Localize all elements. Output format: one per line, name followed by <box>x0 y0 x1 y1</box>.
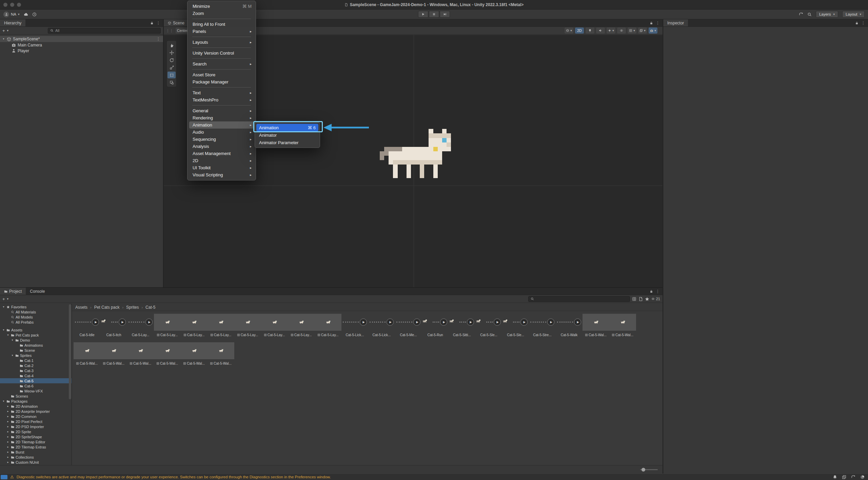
chevron-down-icon[interactable]: ▾ <box>7 297 9 301</box>
hierarchy-search-input[interactable]: All <box>48 28 161 34</box>
asset-item-cat-5-idle[interactable]: ▶Cat-5-Idle <box>74 314 100 337</box>
tree-scrollbar[interactable] <box>69 304 71 399</box>
menu-item-sequencing[interactable]: Sequencing▸ <box>189 136 254 143</box>
project-tree-item-cat-1[interactable]: Cat-1 <box>0 358 72 363</box>
asset-item-cat-5-wal[interactable]: Cat-5-Wal... <box>154 342 181 365</box>
play-button[interactable]: ▶ <box>145 319 153 326</box>
project-tree-item-cat-2[interactable]: Cat-2 <box>0 363 72 368</box>
zoom-window-button[interactable] <box>17 3 21 7</box>
project-tree-item-meow-vfx[interactable]: Meow-VFX <box>0 388 72 393</box>
breadcrumb-assets[interactable]: Assets <box>75 305 87 310</box>
project-tree-item-2d-psd-importer[interactable]: ▸2D PSD Importer <box>0 424 72 429</box>
asset-item-cat-5-wal[interactable]: Cat-5-Wal... <box>181 342 208 365</box>
project-tree-item-all-models[interactable]: All Models <box>0 314 72 320</box>
breadcrumb-pet-cats-pack[interactable]: Pet Cats pack <box>94 305 120 310</box>
play-button[interactable]: ▶ <box>467 319 474 326</box>
project-tree-item-demo[interactable]: ▾Demo <box>0 338 72 343</box>
hierarchy-item-player[interactable]: Player <box>0 48 163 54</box>
asset-item-cat-5-sitti[interactable]: ▶Cat-5-Sitti... <box>449 314 475 337</box>
menu-item-animation[interactable]: Animation▸ <box>189 121 254 129</box>
rotate-tool-button[interactable] <box>167 57 176 63</box>
shading-mode-dropdown[interactable]: ▾ <box>565 27 573 34</box>
menu-item-zoom[interactable]: Zoom <box>189 10 254 17</box>
project-tree-item-custom-nunit[interactable]: ▸Custom NUnit <box>0 460 72 465</box>
asset-item-cat-5-walk[interactable]: ▶Cat-5-Walk <box>556 314 583 337</box>
tab-scene[interactable]: Scene <box>164 19 189 26</box>
play-button[interactable]: ▶ <box>547 319 554 326</box>
global-search-button[interactable] <box>807 12 812 17</box>
layers-dropdown[interactable]: Layers ▾ <box>816 11 838 18</box>
play-button[interactable]: ▶ <box>574 319 581 326</box>
asset-item-cat-5-lick[interactable]: ▶Cat-5-Lick... <box>368 314 395 337</box>
asset-item-cat-5-wal[interactable]: Cat-5-Wal... <box>74 342 100 365</box>
background-tasks-icon[interactable] <box>860 475 865 479</box>
submenu-item-animation[interactable]: Animation⌘ 6 <box>256 124 318 131</box>
project-tree-item-cat-5[interactable]: Cat-5 <box>0 378 72 383</box>
menu-item-ui-toolkit[interactable]: UI Toolkit▸ <box>189 164 254 171</box>
play-button[interactable]: ▶ <box>92 319 99 326</box>
cloud-services-button[interactable] <box>24 12 28 17</box>
chevron-down-icon[interactable]: ▾ <box>7 29 9 32</box>
scene-lighting-toggle[interactable] <box>586 27 594 34</box>
menu-item-search[interactable]: Search▸ <box>189 60 254 68</box>
saved-search-icon[interactable] <box>645 297 649 301</box>
play-button[interactable]: ▶ <box>520 319 528 326</box>
asset-item-cat-5-wal[interactable]: Cat-5-Wal... <box>127 342 154 365</box>
2d-toggle[interactable]: 2D <box>575 27 584 34</box>
minimize-window-button[interactable] <box>10 3 14 7</box>
project-tree-item-scene[interactable]: Scene <box>0 348 72 353</box>
project-tree-item-scenes[interactable]: Scenes <box>0 393 72 399</box>
undo-redo-button[interactable] <box>799 12 803 17</box>
menu-item-analysis[interactable]: Analysis▸ <box>189 143 254 150</box>
submenu-item-animator-parameter[interactable]: Animator Parameter <box>256 139 318 146</box>
asset-item-cat-5-stre[interactable]: ▶Cat-5-Stre... <box>529 314 556 337</box>
hierarchy-item-main-camera[interactable]: Main Camera <box>0 42 163 48</box>
menu-item-audio[interactable]: Audio▸ <box>189 129 254 136</box>
cat-sprite[interactable] <box>380 129 451 183</box>
project-tree-item-collections[interactable]: ▸Collections <box>0 455 72 460</box>
slider-knob[interactable] <box>642 468 645 472</box>
project-tree-item-all-materials[interactable]: All Materials <box>0 309 72 314</box>
kebab-menu-icon[interactable]: ⋮ <box>656 21 660 25</box>
move-tool-button[interactable] <box>167 49 176 56</box>
close-window-button[interactable] <box>3 3 7 7</box>
menu-item-2d[interactable]: 2D▸ <box>189 157 254 164</box>
tab-console[interactable]: Console <box>26 288 49 295</box>
play-button[interactable]: ▶ <box>440 319 447 326</box>
account-dropdown[interactable]: NA ▾ <box>3 12 20 17</box>
project-tree-item-2d-animation[interactable]: ▸2D Animation <box>0 404 72 409</box>
asset-item-cat-5-lay[interactable]: ▶Cat-5-Lay... <box>127 314 154 337</box>
project-tree-item-burst[interactable]: ▸Burst <box>0 449 72 455</box>
project-tree-item-packages[interactable]: ▾Packages <box>0 399 72 404</box>
menu-item-general[interactable]: General▸ <box>189 107 254 114</box>
menu-item-bring-all-to-front[interactable]: Bring All to Front <box>189 21 254 28</box>
asset-item-cat-5-lick[interactable]: ▶Cat-5-Lick... <box>341 314 368 337</box>
cache-stack-icon[interactable] <box>842 475 846 479</box>
layout-dropdown[interactable]: Layout ▾ <box>842 11 865 18</box>
play-button[interactable]: ▶ <box>494 319 501 326</box>
transform-tool-button[interactable] <box>167 79 176 86</box>
play-button[interactable]: ▶ <box>387 319 394 326</box>
toolbar-grip-handle[interactable]: ⋮⋮ <box>166 29 174 33</box>
menu-item-asset-store[interactable]: Asset Store <box>189 71 254 78</box>
project-tree-item-2d-pixel-perfect[interactable]: ▸2D Pixel Perfect <box>0 419 72 424</box>
asset-item-cat-5-wal[interactable]: Cat-5-Wal... <box>583 314 609 337</box>
scene-camera-dropdown[interactable]: ▾ <box>649 27 657 34</box>
project-tree-item-all-prefabs[interactable]: All Prefabs <box>0 320 72 325</box>
rect-tool-button[interactable] <box>167 72 176 78</box>
window-controls[interactable] <box>3 3 21 7</box>
breadcrumb-sprites[interactable]: Sprites <box>126 305 139 310</box>
kebab-menu-icon[interactable]: ⋮ <box>156 37 160 41</box>
asset-item-cat-5-lay[interactable]: Cat-5-Lay... <box>208 314 234 337</box>
menu-item-unity-version-control[interactable]: Unity Version Control <box>189 50 254 57</box>
project-tree-item-2d-sprite[interactable]: ▸2D Sprite <box>0 429 72 434</box>
step-button[interactable] <box>440 11 450 18</box>
menu-item-panels[interactable]: Panels▸ <box>189 28 254 35</box>
search-by-label-icon[interactable] <box>638 297 643 301</box>
asset-item-cat-5-lay[interactable]: Cat-5-Lay... <box>288 314 315 337</box>
asset-item-cat-5-sle[interactable]: ▶Cat-5-Sle... <box>475 314 502 337</box>
tab-project[interactable]: Project <box>0 288 26 295</box>
chevron-down-icon[interactable]: ▾ <box>2 38 5 40</box>
effects-dropdown[interactable]: ▾ <box>607 27 615 34</box>
project-tree-item-2d-tilemap-extras[interactable]: ▸2D Tilemap Extras <box>0 444 72 449</box>
